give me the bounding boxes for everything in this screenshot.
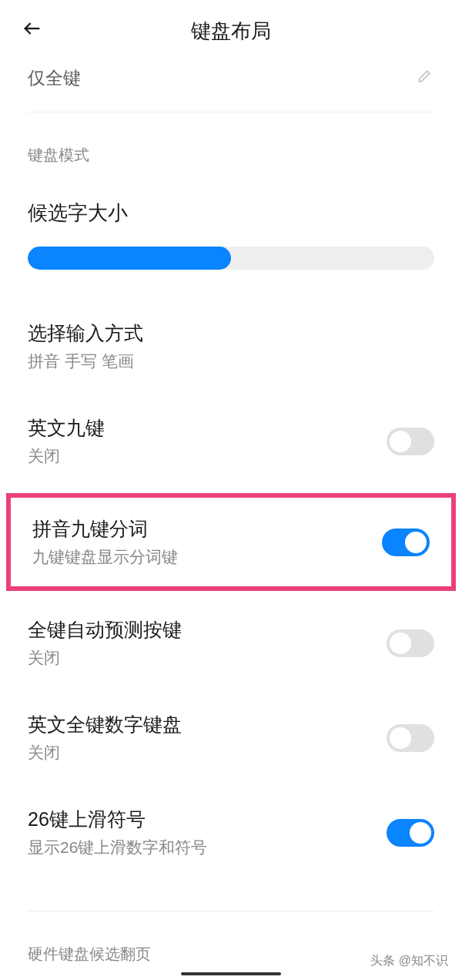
auto-predict-toggle[interactable] [387, 629, 434, 657]
input-method-subtitle: 拼音 手写 笔画 [28, 351, 143, 372]
page-title: 键盘布局 [18, 18, 444, 45]
home-indicator [181, 972, 281, 975]
setting-title: 全键自动预测按键 [28, 617, 182, 643]
setting-subtitle: 关闭 [28, 742, 182, 764]
setting-title: 英文全键数字键盘 [28, 712, 182, 737]
keyboard-type-row[interactable]: 仅全键 [0, 54, 462, 112]
toggle-knob [390, 633, 411, 654]
english-nine-key-row[interactable]: 英文九键 关闭 [0, 394, 462, 488]
setting-subtitle: 关闭 [28, 647, 182, 669]
slider-fill [28, 247, 231, 270]
auto-predict-row[interactable]: 全键自动预测按键 关闭 [0, 596, 462, 690]
english-full-num-toggle[interactable] [387, 724, 434, 752]
english-nine-key-toggle[interactable] [387, 428, 434, 455]
toggle-knob [405, 532, 427, 553]
pinyin-nine-key-split-row[interactable]: 拼音九键分词 九键键盘显示分词键 [32, 516, 430, 568]
setting-subtitle: 关闭 [28, 445, 105, 467]
section-keyboard-mode: 键盘模式 [0, 112, 462, 183]
setting-title: 拼音九键分词 [32, 516, 178, 542]
setting-title: 英文九键 [28, 415, 105, 441]
watermark: 头条 @知不识 [370, 953, 448, 969]
toggle-knob [410, 822, 431, 844]
setting-title: 26键上滑符号 [28, 807, 207, 832]
swipe-up-symbol-row[interactable]: 26键上滑符号 显示26键上滑数字和符号 [0, 785, 462, 880]
header: 键盘布局 [0, 0, 462, 54]
back-icon[interactable] [22, 18, 43, 45]
candidate-size-slider[interactable] [28, 247, 434, 270]
toggle-knob [390, 431, 411, 452]
edit-icon[interactable] [417, 69, 431, 87]
pinyin-nine-key-split-toggle[interactable] [382, 529, 430, 556]
section-hardware-keyboard: 硬件键盘候选翻页 [0, 911, 462, 980]
highlighted-setting: 拼音九键分词 九键键盘显示分词键 [6, 493, 456, 591]
candidate-size-title: 候选字大小 [28, 200, 434, 227]
swipe-up-symbol-toggle[interactable] [387, 819, 434, 847]
keyboard-type-label: 仅全键 [28, 66, 81, 90]
input-method-row[interactable]: 选择输入方式 拼音 手写 笔画 [0, 299, 462, 394]
input-method-text: 选择输入方式 拼音 手写 笔画 [28, 321, 143, 372]
setting-subtitle: 九键键盘显示分词键 [32, 546, 178, 568]
input-method-title: 选择输入方式 [28, 321, 143, 346]
toggle-knob [390, 727, 411, 749]
english-full-num-row[interactable]: 英文全键数字键盘 关闭 [0, 690, 462, 785]
candidate-size-section: 候选字大小 [0, 183, 462, 270]
setting-subtitle: 显示26键上滑数字和符号 [28, 837, 207, 858]
